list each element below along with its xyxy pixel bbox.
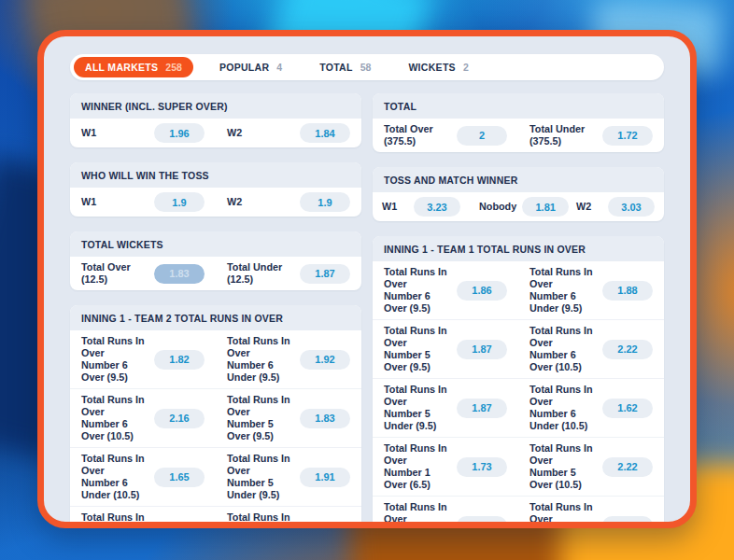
odds-button[interactable]: 1.9 — [154, 192, 205, 212]
outcome-label-line2: Number 4 Over (9.5) — [384, 525, 449, 528]
tab-count-badge: 58 — [360, 62, 372, 73]
background-photo: ALL MARKETS258POPULAR4TOTAL58WICKETS2 WI… — [0, 0, 734, 560]
outcome-label: Total Runs In OverNumber 5 Under (10.5) — [529, 501, 595, 528]
outcome-label-line2: Number 5 Under (9.5) — [384, 408, 449, 432]
outcome: Total Runs In OverNumber 5 Under (10.5)1… — [518, 497, 664, 528]
odds-button[interactable]: 1.81 — [522, 197, 569, 217]
market-card: INNING 1 - TEAM 1 TOTAL RUNS IN OVERTota… — [373, 236, 664, 528]
odds-button[interactable]: 1.91 — [300, 468, 350, 487]
odds-button[interactable]: 1.87 — [457, 399, 507, 418]
outcome: W21.84 — [216, 119, 361, 147]
odds-button[interactable]: 1.83 — [300, 409, 350, 428]
outcome: W13.23 — [373, 192, 470, 221]
odds-button[interactable]: 1.67 — [300, 526, 350, 529]
outcome-label: Total Runs In OverNumber 5 Over (10.5) — [529, 442, 595, 491]
outcome: Total Runs In OverNumber 6 Over (9.5)1.8… — [373, 261, 518, 319]
tab-label: TOTAL — [319, 62, 353, 73]
outcome: Total Runs In OverNumber 6 Under (9.5)1.… — [216, 330, 361, 388]
odds-button[interactable]: 3.23 — [414, 197, 460, 217]
outcome-label-line1: W1 — [81, 196, 96, 208]
outcome-label-line1: Total Runs In Over — [384, 442, 449, 467]
tab-total[interactable]: TOTAL58 — [308, 57, 382, 77]
odds-button[interactable]: 1.82 — [154, 350, 205, 370]
tab-label: ALL MARKETS — [85, 62, 158, 73]
market-title: TOTAL WICKETS — [70, 231, 361, 257]
market-card: WINNER (INCL. SUPER OVER)W11.96W21.84 — [70, 93, 361, 147]
outcome-label-line1: Nobody — [479, 201, 516, 213]
outcome-label-line2: Number 6 Over (10.5) — [529, 349, 595, 373]
market-column-right: TOTALTotal Over (375.5)2Total Under (375… — [373, 93, 664, 528]
odds-button[interactable]: 2.22 — [602, 457, 653, 477]
outcome: W11.9 — [70, 188, 216, 217]
tab-popular[interactable]: POPULAR4 — [208, 57, 293, 77]
outcome-label-line1: Total Runs In Over — [81, 453, 147, 477]
tab-wickets[interactable]: WICKETS2 — [397, 57, 479, 77]
market-card: INNING 1 - TEAM 2 TOTAL RUNS IN OVERTota… — [70, 305, 361, 528]
odds-button[interactable]: 1.86 — [154, 526, 205, 529]
outcome-label: Total Over (12.5) — [81, 261, 147, 286]
outcome-label-line2: Number 6 Over (9.5) — [81, 359, 147, 384]
market-column-left: WINNER (INCL. SUPER OVER)W11.96W21.84WHO… — [70, 93, 361, 528]
outcome-label: Total Runs In OverNumber 6 Under (9.5) — [227, 335, 292, 384]
outcome-label-line1: Total Runs In Over — [529, 266, 595, 290]
odds-button[interactable]: 1.92 — [300, 350, 350, 370]
outcome-label-line1: Total Runs In Over — [81, 511, 147, 528]
market-row: Total Runs In OverNumber 6 Over (9.5)1.8… — [70, 330, 361, 388]
outcome-label: Total Runs In OverNumber 5 Over (9.5) — [227, 394, 292, 442]
outcome-label: Total Runs In OverNumber 4 Over (9.5) — [384, 501, 449, 528]
tab-all-markets[interactable]: ALL MARKETS258 — [74, 57, 193, 77]
odds-button[interactable]: 1.9 — [300, 192, 350, 212]
outcome-label-line2: Number 6 Under (9.5) — [529, 290, 595, 315]
odds-button[interactable]: 1.87 — [457, 340, 507, 359]
odds-button[interactable]: 2.22 — [602, 340, 653, 359]
odds-button[interactable]: 1.86 — [457, 281, 507, 301]
outcome: Total Runs In OverNumber 4 Over (9.5)1.9 — [373, 497, 518, 528]
outcome: Total Over (375.5)2 — [373, 119, 518, 152]
outcome-label-line1: Total Runs In Over — [529, 384, 595, 408]
odds-button[interactable]: 2 — [457, 126, 507, 146]
odds-button[interactable]: 1.62 — [602, 399, 653, 418]
tab-label: WICKETS — [408, 62, 456, 73]
tab-count-badge: 4 — [276, 62, 282, 73]
outcome-label: W1 — [382, 201, 397, 213]
outcome-label: Total Runs In OverNumber 1 Over (6.5) — [227, 511, 292, 528]
outcome-label-line1: W2 — [227, 127, 242, 139]
odds-button[interactable]: 1.84 — [300, 123, 350, 143]
outcome-label-line1: Total Runs In Over — [384, 266, 449, 290]
outcome-label: Total Runs In OverNumber 5 Under (9.5) — [227, 453, 292, 501]
odds-button[interactable]: 1.88 — [602, 281, 653, 301]
outcome-label: W1 — [81, 127, 96, 139]
market-row: W11.9W21.9 — [70, 188, 361, 217]
market-title: TOSS AND MATCH WINNER — [373, 167, 664, 192]
market-row: Total Over (12.5)1.83Total Under (12.5)1… — [70, 257, 361, 290]
outcome-label: Total Runs In OverNumber 6 Under (10.5) — [81, 453, 147, 501]
outcome-label-line1: Total Runs In Over — [384, 325, 449, 349]
tab-count-badge: 258 — [165, 62, 182, 73]
outcome: Total Runs In OverNumber 5 Under (9.5)1.… — [373, 379, 518, 437]
outcome: Total Runs In OverNumber 5 Over (9.5)1.8… — [216, 389, 361, 447]
outcome-label-line2: Number 1 Over (6.5) — [384, 467, 449, 491]
outcome: Nobody1.81 — [470, 192, 567, 221]
outcome-label-line1: Total Under (12.5) — [227, 261, 292, 286]
outcome: Total Runs In OverNumber 6 Over (10.5)2.… — [70, 389, 216, 447]
outcome-label-line1: W1 — [382, 201, 397, 213]
odds-button[interactable]: 1.87 — [300, 264, 350, 284]
odds-button[interactable]: 1.73 — [457, 457, 507, 477]
odds-button[interactable]: 1.72 — [602, 126, 653, 146]
odds-button[interactable]: 3.03 — [608, 197, 655, 217]
outcome: Total Runs In OverNumber 6 Over (9.5)1.8… — [70, 330, 216, 388]
outcome-label: W2 — [576, 201, 591, 213]
tab-bar: ALL MARKETS258POPULAR4TOTAL58WICKETS2 — [70, 54, 664, 80]
outcome-label-line2: Number 5 Under (10.5) — [529, 525, 595, 528]
outcome-label: Total Under (12.5) — [227, 261, 292, 286]
odds-button[interactable]: 1.61 — [602, 516, 653, 529]
odds-button[interactable]: 1.96 — [154, 123, 205, 143]
odds-button[interactable]: 1.65 — [154, 468, 205, 487]
odds-button[interactable]: 2.16 — [154, 409, 205, 428]
outcome: W11.96 — [70, 119, 216, 147]
outcome-label: Total Runs In OverNumber 6 Over (10.5) — [81, 394, 147, 442]
odds-button[interactable]: 1.9 — [457, 516, 507, 529]
outcome-label: Total Runs In OverNumber 4 Over (9.5) — [81, 511, 147, 528]
odds-button[interactable]: 1.83 — [154, 264, 205, 284]
outcome-label: Total Over (375.5) — [384, 123, 449, 147]
